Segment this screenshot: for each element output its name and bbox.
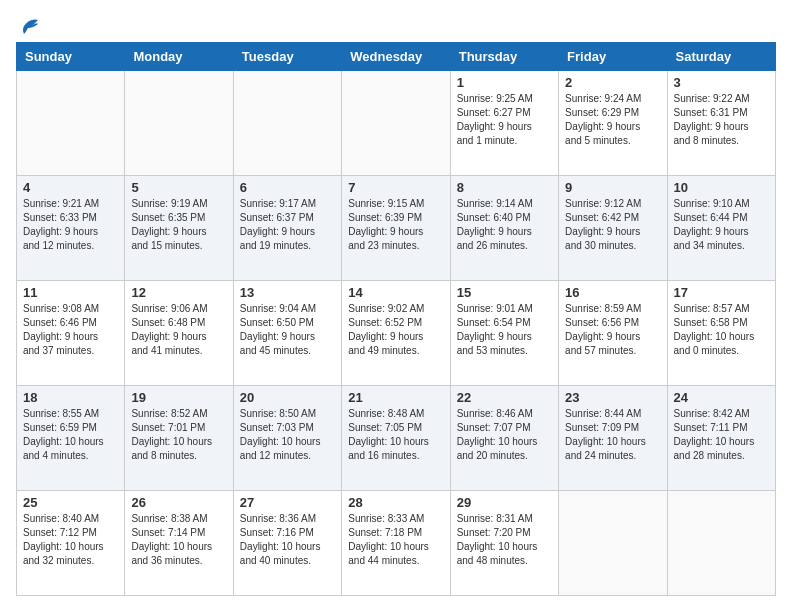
header bbox=[16, 16, 776, 32]
logo-bird-icon bbox=[18, 16, 40, 36]
day-number: 14 bbox=[348, 285, 443, 300]
day-info: Sunrise: 9:19 AM Sunset: 6:35 PM Dayligh… bbox=[131, 197, 226, 253]
day-info: Sunrise: 8:42 AM Sunset: 7:11 PM Dayligh… bbox=[674, 407, 769, 463]
calendar-cell: 3Sunrise: 9:22 AM Sunset: 6:31 PM Daylig… bbox=[667, 71, 775, 176]
calendar-cell: 21Sunrise: 8:48 AM Sunset: 7:05 PM Dayli… bbox=[342, 386, 450, 491]
day-info: Sunrise: 8:36 AM Sunset: 7:16 PM Dayligh… bbox=[240, 512, 335, 568]
day-number: 25 bbox=[23, 495, 118, 510]
day-info: Sunrise: 8:38 AM Sunset: 7:14 PM Dayligh… bbox=[131, 512, 226, 568]
day-info: Sunrise: 8:33 AM Sunset: 7:18 PM Dayligh… bbox=[348, 512, 443, 568]
calendar-cell: 16Sunrise: 8:59 AM Sunset: 6:56 PM Dayli… bbox=[559, 281, 667, 386]
day-number: 10 bbox=[674, 180, 769, 195]
calendar-week-row: 11Sunrise: 9:08 AM Sunset: 6:46 PM Dayli… bbox=[17, 281, 776, 386]
day-number: 29 bbox=[457, 495, 552, 510]
calendar-cell: 5Sunrise: 9:19 AM Sunset: 6:35 PM Daylig… bbox=[125, 176, 233, 281]
day-number: 19 bbox=[131, 390, 226, 405]
calendar-cell: 23Sunrise: 8:44 AM Sunset: 7:09 PM Dayli… bbox=[559, 386, 667, 491]
calendar-table: SundayMondayTuesdayWednesdayThursdayFrid… bbox=[16, 42, 776, 596]
day-number: 28 bbox=[348, 495, 443, 510]
calendar-cell: 24Sunrise: 8:42 AM Sunset: 7:11 PM Dayli… bbox=[667, 386, 775, 491]
calendar-cell bbox=[233, 71, 341, 176]
calendar-cell: 12Sunrise: 9:06 AM Sunset: 6:48 PM Dayli… bbox=[125, 281, 233, 386]
calendar-cell: 9Sunrise: 9:12 AM Sunset: 6:42 PM Daylig… bbox=[559, 176, 667, 281]
weekday-header-saturday: Saturday bbox=[667, 43, 775, 71]
calendar-cell: 1Sunrise: 9:25 AM Sunset: 6:27 PM Daylig… bbox=[450, 71, 558, 176]
calendar-cell bbox=[559, 491, 667, 596]
day-number: 9 bbox=[565, 180, 660, 195]
calendar-week-row: 25Sunrise: 8:40 AM Sunset: 7:12 PM Dayli… bbox=[17, 491, 776, 596]
day-info: Sunrise: 9:10 AM Sunset: 6:44 PM Dayligh… bbox=[674, 197, 769, 253]
calendar-cell: 7Sunrise: 9:15 AM Sunset: 6:39 PM Daylig… bbox=[342, 176, 450, 281]
day-info: Sunrise: 8:40 AM Sunset: 7:12 PM Dayligh… bbox=[23, 512, 118, 568]
calendar-cell: 18Sunrise: 8:55 AM Sunset: 6:59 PM Dayli… bbox=[17, 386, 125, 491]
day-number: 4 bbox=[23, 180, 118, 195]
day-info: Sunrise: 9:22 AM Sunset: 6:31 PM Dayligh… bbox=[674, 92, 769, 148]
calendar-week-row: 1Sunrise: 9:25 AM Sunset: 6:27 PM Daylig… bbox=[17, 71, 776, 176]
calendar-cell: 15Sunrise: 9:01 AM Sunset: 6:54 PM Dayli… bbox=[450, 281, 558, 386]
calendar-cell: 27Sunrise: 8:36 AM Sunset: 7:16 PM Dayli… bbox=[233, 491, 341, 596]
calendar-cell: 26Sunrise: 8:38 AM Sunset: 7:14 PM Dayli… bbox=[125, 491, 233, 596]
day-number: 1 bbox=[457, 75, 552, 90]
day-number: 13 bbox=[240, 285, 335, 300]
day-info: Sunrise: 9:21 AM Sunset: 6:33 PM Dayligh… bbox=[23, 197, 118, 253]
weekday-header-friday: Friday bbox=[559, 43, 667, 71]
day-info: Sunrise: 9:14 AM Sunset: 6:40 PM Dayligh… bbox=[457, 197, 552, 253]
day-number: 18 bbox=[23, 390, 118, 405]
calendar-cell: 29Sunrise: 8:31 AM Sunset: 7:20 PM Dayli… bbox=[450, 491, 558, 596]
day-number: 21 bbox=[348, 390, 443, 405]
day-number: 27 bbox=[240, 495, 335, 510]
day-number: 5 bbox=[131, 180, 226, 195]
day-info: Sunrise: 9:12 AM Sunset: 6:42 PM Dayligh… bbox=[565, 197, 660, 253]
page: SundayMondayTuesdayWednesdayThursdayFrid… bbox=[0, 0, 792, 612]
day-info: Sunrise: 9:08 AM Sunset: 6:46 PM Dayligh… bbox=[23, 302, 118, 358]
day-number: 26 bbox=[131, 495, 226, 510]
calendar-cell: 22Sunrise: 8:46 AM Sunset: 7:07 PM Dayli… bbox=[450, 386, 558, 491]
calendar-cell: 13Sunrise: 9:04 AM Sunset: 6:50 PM Dayli… bbox=[233, 281, 341, 386]
day-info: Sunrise: 8:50 AM Sunset: 7:03 PM Dayligh… bbox=[240, 407, 335, 463]
day-number: 16 bbox=[565, 285, 660, 300]
day-info: Sunrise: 8:59 AM Sunset: 6:56 PM Dayligh… bbox=[565, 302, 660, 358]
calendar-cell: 14Sunrise: 9:02 AM Sunset: 6:52 PM Dayli… bbox=[342, 281, 450, 386]
calendar-cell: 8Sunrise: 9:14 AM Sunset: 6:40 PM Daylig… bbox=[450, 176, 558, 281]
day-number: 8 bbox=[457, 180, 552, 195]
day-number: 20 bbox=[240, 390, 335, 405]
calendar-cell bbox=[667, 491, 775, 596]
logo bbox=[16, 16, 40, 32]
calendar-cell: 2Sunrise: 9:24 AM Sunset: 6:29 PM Daylig… bbox=[559, 71, 667, 176]
calendar-cell: 11Sunrise: 9:08 AM Sunset: 6:46 PM Dayli… bbox=[17, 281, 125, 386]
day-info: Sunrise: 8:46 AM Sunset: 7:07 PM Dayligh… bbox=[457, 407, 552, 463]
calendar-cell: 20Sunrise: 8:50 AM Sunset: 7:03 PM Dayli… bbox=[233, 386, 341, 491]
calendar-cell bbox=[342, 71, 450, 176]
weekday-header-sunday: Sunday bbox=[17, 43, 125, 71]
day-number: 7 bbox=[348, 180, 443, 195]
calendar-cell bbox=[125, 71, 233, 176]
day-number: 15 bbox=[457, 285, 552, 300]
day-info: Sunrise: 9:15 AM Sunset: 6:39 PM Dayligh… bbox=[348, 197, 443, 253]
calendar-cell bbox=[17, 71, 125, 176]
calendar-cell: 4Sunrise: 9:21 AM Sunset: 6:33 PM Daylig… bbox=[17, 176, 125, 281]
day-info: Sunrise: 8:57 AM Sunset: 6:58 PM Dayligh… bbox=[674, 302, 769, 358]
calendar-cell: 25Sunrise: 8:40 AM Sunset: 7:12 PM Dayli… bbox=[17, 491, 125, 596]
day-info: Sunrise: 8:48 AM Sunset: 7:05 PM Dayligh… bbox=[348, 407, 443, 463]
day-number: 23 bbox=[565, 390, 660, 405]
day-number: 6 bbox=[240, 180, 335, 195]
weekday-header-thursday: Thursday bbox=[450, 43, 558, 71]
day-info: Sunrise: 8:55 AM Sunset: 6:59 PM Dayligh… bbox=[23, 407, 118, 463]
day-info: Sunrise: 8:44 AM Sunset: 7:09 PM Dayligh… bbox=[565, 407, 660, 463]
calendar-cell: 28Sunrise: 8:33 AM Sunset: 7:18 PM Dayli… bbox=[342, 491, 450, 596]
day-number: 24 bbox=[674, 390, 769, 405]
day-number: 17 bbox=[674, 285, 769, 300]
day-number: 12 bbox=[131, 285, 226, 300]
day-info: Sunrise: 9:17 AM Sunset: 6:37 PM Dayligh… bbox=[240, 197, 335, 253]
calendar-cell: 10Sunrise: 9:10 AM Sunset: 6:44 PM Dayli… bbox=[667, 176, 775, 281]
calendar-cell: 6Sunrise: 9:17 AM Sunset: 6:37 PM Daylig… bbox=[233, 176, 341, 281]
day-number: 22 bbox=[457, 390, 552, 405]
day-info: Sunrise: 9:02 AM Sunset: 6:52 PM Dayligh… bbox=[348, 302, 443, 358]
calendar-week-row: 18Sunrise: 8:55 AM Sunset: 6:59 PM Dayli… bbox=[17, 386, 776, 491]
day-info: Sunrise: 9:01 AM Sunset: 6:54 PM Dayligh… bbox=[457, 302, 552, 358]
weekday-header-tuesday: Tuesday bbox=[233, 43, 341, 71]
day-info: Sunrise: 9:04 AM Sunset: 6:50 PM Dayligh… bbox=[240, 302, 335, 358]
weekday-header-wednesday: Wednesday bbox=[342, 43, 450, 71]
calendar-cell: 17Sunrise: 8:57 AM Sunset: 6:58 PM Dayli… bbox=[667, 281, 775, 386]
day-info: Sunrise: 9:24 AM Sunset: 6:29 PM Dayligh… bbox=[565, 92, 660, 148]
